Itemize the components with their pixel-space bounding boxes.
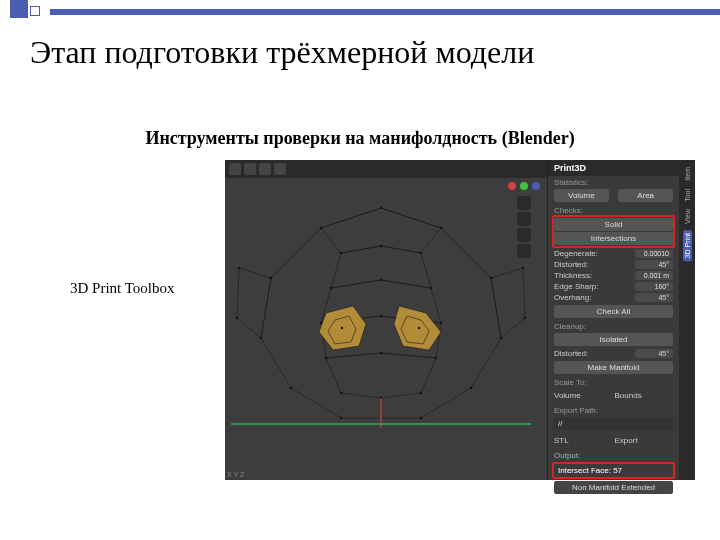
svg-point-24 (380, 279, 382, 281)
distorted2-label: Distorted: (554, 349, 588, 358)
deco-bar (50, 9, 720, 15)
make-manifold-button[interactable]: Make Manifold (554, 361, 673, 374)
svg-point-23 (380, 245, 382, 247)
blender-window: X Y Z Print3D Statistics: Volume Area Ch… (225, 160, 695, 480)
svg-point-15 (270, 277, 272, 279)
svg-point-20 (470, 387, 472, 389)
area-button[interactable]: Area (618, 189, 673, 202)
overhang-label: Overhang: (554, 293, 591, 302)
volume-button[interactable]: Volume (554, 189, 609, 202)
svg-point-35 (435, 357, 437, 359)
editor-type-icon[interactable] (229, 163, 241, 175)
n-panel-print3d: Print3D Statistics: Volume Area Checks: … (547, 160, 679, 480)
deco-square-outline (30, 6, 40, 16)
format-select[interactable]: STL (554, 434, 613, 447)
intersect-result[interactable]: Intersect Face: 57 (558, 466, 622, 475)
slide-title: Этап подготовки трёхмерной модели (30, 34, 690, 71)
isolated-button[interactable]: Isolated (554, 333, 673, 346)
svg-marker-4 (331, 246, 431, 288)
mode-selector-icon[interactable] (244, 163, 256, 175)
axis-z-icon (532, 182, 540, 190)
distorted-value[interactable]: 45° (635, 260, 673, 269)
tab-item[interactable]: Item (683, 164, 692, 184)
axis-y-icon (520, 182, 528, 190)
svg-marker-7 (326, 353, 436, 398)
overlay-toggle-icon[interactable] (259, 163, 271, 175)
overhang-value[interactable]: 45° (635, 293, 673, 302)
svg-point-16 (490, 277, 492, 279)
scaleto-label: Scale To: (548, 376, 679, 387)
distorted-label: Distorted: (554, 260, 588, 269)
scale-bounds-button[interactable]: Bounds (615, 389, 674, 402)
svg-point-38 (238, 267, 240, 269)
check-all-button[interactable]: Check All (554, 305, 673, 318)
scale-volume-button[interactable]: Volume (554, 389, 613, 402)
svg-marker-2 (491, 268, 525, 338)
thickness-label: Thickness: (554, 271, 592, 280)
statistics-label: Statistics: (548, 176, 679, 187)
export-path-field[interactable]: // (554, 417, 673, 430)
svg-point-22 (420, 417, 422, 419)
shading-icon[interactable] (274, 163, 286, 175)
svg-point-41 (524, 317, 526, 319)
thickness-value[interactable]: 0.001 m (635, 271, 673, 280)
svg-point-33 (440, 322, 442, 324)
svg-point-19 (290, 387, 292, 389)
highlight-result: Intersect Face: 57 (552, 462, 675, 479)
svg-point-28 (340, 252, 342, 254)
svg-point-40 (522, 267, 524, 269)
svg-point-17 (260, 337, 262, 339)
degenerate-value[interactable]: 0.00010 (635, 249, 673, 258)
deco-square-filled (10, 0, 28, 18)
svg-point-31 (430, 287, 432, 289)
svg-point-25 (380, 315, 382, 317)
edgesharp-label: Edge Sharp: (554, 282, 598, 291)
cleanup-label: Cleanup: (548, 320, 679, 331)
svg-point-12 (380, 207, 382, 209)
tab-view[interactable]: View (683, 206, 692, 227)
svg-point-26 (380, 352, 382, 354)
n-panel-tabs: Item Tool View 3D Print (679, 160, 695, 480)
svg-point-42 (341, 327, 343, 329)
edgesharp-value[interactable]: 160° (635, 282, 673, 291)
svg-point-21 (340, 417, 342, 419)
svg-point-18 (500, 337, 502, 339)
svg-point-13 (320, 227, 322, 229)
panel-title: Print3D (548, 160, 679, 176)
svg-marker-0 (261, 208, 501, 418)
svg-point-29 (420, 252, 422, 254)
svg-point-32 (320, 322, 322, 324)
svg-marker-1 (237, 268, 271, 338)
distorted2-value[interactable]: 45° (635, 349, 673, 358)
tab-tool[interactable]: Tool (683, 186, 692, 205)
svg-point-14 (440, 227, 442, 229)
svg-point-34 (325, 357, 327, 359)
export-button[interactable]: Export (615, 434, 674, 447)
solid-button[interactable]: Solid (554, 218, 673, 231)
output-label: Output: (548, 449, 679, 462)
highlight-checks: Solid Intersections (552, 215, 675, 248)
svg-point-30 (330, 287, 332, 289)
suzanne-mesh[interactable] (231, 198, 531, 428)
viewport-header (225, 160, 547, 178)
tab-3dprint[interactable]: 3D Print (683, 230, 692, 261)
nonmanifold-result[interactable]: Non Manifold Extended (554, 481, 673, 494)
checks-label: Checks: (548, 204, 679, 215)
svg-point-37 (420, 392, 422, 394)
axis-x-icon (508, 182, 516, 190)
slide-subtitle: Инструменты проверки на манифолдность (B… (40, 128, 680, 149)
svg-point-43 (418, 327, 420, 329)
slide-decoration (0, 0, 720, 24)
svg-point-39 (236, 317, 238, 319)
viewport-3d[interactable]: X Y Z (225, 160, 547, 480)
axis-label: X Y Z (227, 471, 244, 478)
exportpath-label: Export Path: (548, 404, 679, 415)
degenerate-label: Degenerate: (554, 249, 598, 258)
svg-point-36 (340, 392, 342, 394)
intersections-button[interactable]: Intersections (554, 232, 673, 245)
tool-name-label: 3D Print Toolbox (70, 280, 175, 297)
